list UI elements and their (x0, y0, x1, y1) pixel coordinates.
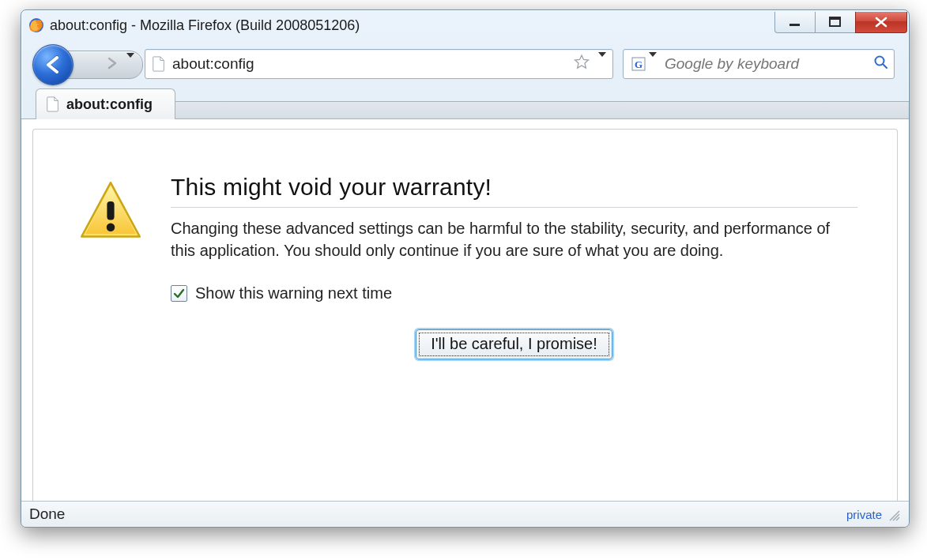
back-button[interactable] (32, 44, 73, 85)
resize-grip-icon[interactable] (885, 506, 901, 522)
url-bar[interactable]: about:config (145, 49, 613, 79)
bookmark-star-icon[interactable] (573, 54, 590, 74)
tab-aboutconfig[interactable]: about:config (36, 88, 175, 119)
warning-message: This might void your warranty! Changing … (171, 174, 857, 359)
search-go-icon[interactable] (873, 54, 889, 73)
page-icon (152, 56, 166, 72)
private-label[interactable]: private (846, 508, 882, 521)
maximize-button[interactable] (815, 12, 856, 33)
titlebar[interactable]: about:config - Mozilla Firefox (Build 20… (21, 10, 909, 40)
svg-rect-6 (107, 201, 114, 220)
tabstrip-background[interactable] (175, 101, 909, 119)
forward-button[interactable] (106, 57, 119, 73)
svg-line-9 (893, 514, 899, 521)
history-dropdown[interactable] (126, 58, 134, 72)
nav-buttons (32, 44, 135, 84)
warning-panel: This might void your warranty! Changing … (32, 129, 898, 501)
content-area: This might void your warranty! Changing … (21, 118, 909, 501)
status-bar: Done private (21, 501, 909, 527)
search-bar[interactable]: G (623, 49, 895, 79)
nav-toolbar: about:config G (21, 40, 909, 88)
window-title: about:config - Mozilla Firefox (Build 20… (50, 17, 775, 34)
svg-rect-1 (789, 24, 800, 26)
search-input[interactable] (663, 54, 870, 73)
firefox-icon (28, 17, 45, 34)
svg-rect-3 (830, 17, 840, 20)
g-letter: G (635, 58, 642, 70)
search-engine-icon[interactable]: G (631, 57, 646, 71)
url-dropdown[interactable] (598, 57, 606, 71)
warning-icon (77, 179, 144, 245)
warning-heading: This might void your warranty! (171, 174, 857, 208)
minimize-button[interactable] (774, 12, 816, 33)
tab-strip: about:config (21, 88, 909, 119)
status-text: Done (29, 506, 846, 523)
svg-line-10 (896, 517, 899, 521)
url-text[interactable]: about:config (172, 55, 571, 73)
browser-window: about:config - Mozilla Firefox (Build 20… (21, 9, 910, 528)
svg-point-7 (107, 223, 115, 231)
show-warning-label: Show this warning next time (195, 284, 392, 303)
window-controls (775, 12, 907, 33)
accept-warning-button[interactable]: I'll be careful, I promise! (416, 329, 612, 359)
close-button[interactable] (855, 12, 907, 33)
show-warning-checkbox[interactable] (171, 285, 187, 302)
tab-label: about:config (66, 96, 153, 113)
show-warning-row: Show this warning next time (171, 284, 857, 303)
page-icon (46, 96, 60, 112)
warning-body: Changing these advanced settings can be … (171, 217, 857, 262)
search-engine-dropdown[interactable] (649, 57, 657, 71)
